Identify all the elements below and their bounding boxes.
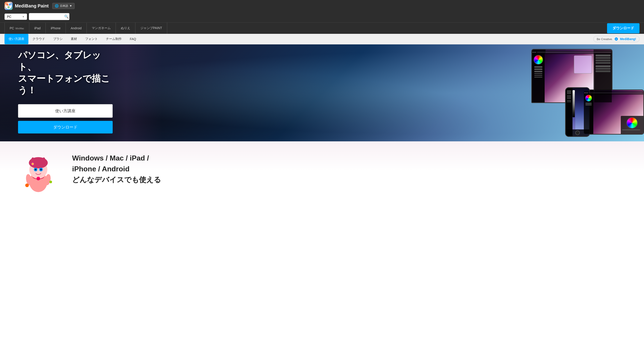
sub-nav-team[interactable]: チーム制作 (102, 34, 126, 44)
hero-devices (531, 49, 644, 137)
svg-point-20 (36, 177, 40, 180)
sub-nav-items: 使い方講座 クラウド ブラシ 素材 フォント チーム制作 FAQ (4, 34, 140, 44)
svg-text:M: M (616, 38, 617, 40)
platform-selected-value: PC (7, 15, 11, 19)
nav-label-android: Android (71, 26, 82, 30)
platform-dropdown-arrow: ▼ (22, 15, 24, 18)
sub-nav-team-label: チーム制作 (106, 37, 122, 41)
nav-item-jump[interactable]: ジャンプPAINT (136, 23, 167, 34)
sub-nav-cloud[interactable]: クラウド (28, 34, 49, 44)
bottom-section: Windows / Mac / iPad / iPhone / Android … (0, 141, 644, 200)
sub-nav-faq-label: FAQ (130, 37, 136, 41)
svg-point-14 (35, 169, 36, 170)
hero-title: パソコン、タブレット、スマートフォンで描こう！ (18, 49, 117, 96)
nav-item-manga[interactable]: マンガネーム (87, 23, 116, 34)
nav-item-ipad[interactable]: iPad (29, 23, 46, 34)
medibang-brand-icon: M (614, 37, 618, 41)
sub-nav-brush[interactable]: ブラシ (49, 34, 67, 44)
top-bar: MediBang Paint 🌐 日本語 ▼ (0, 0, 644, 12)
nav-label-jump: ジャンプPAINT (140, 26, 162, 30)
brand-be-creative: Be Creative. (597, 38, 613, 41)
laptop-toolbar (532, 51, 612, 54)
search-row: PC ▼ 🔍 (0, 12, 644, 22)
bottom-heading-line2: iPhone / Android (72, 165, 130, 173)
sub-nav-font-label: フォント (85, 37, 98, 41)
language-selector[interactable]: 🌐 日本語 ▼ (52, 3, 74, 9)
search-icon: 🔍 (64, 15, 69, 19)
nav-label-iphone: iPhone (51, 26, 60, 30)
hero-download-button[interactable]: ダウンロード (18, 121, 113, 133)
sub-nav-material[interactable]: 素材 (67, 34, 81, 44)
sub-nav-cloud-label: クラウド (32, 37, 45, 41)
svg-point-4 (8, 5, 10, 7)
medibang-brand-badge: Be Creative. M MediBang! (593, 36, 640, 42)
nav-sub-pc: Win/Mac (15, 27, 24, 30)
language-label: 日本語 (60, 4, 68, 8)
app-logo-icon (4, 2, 12, 10)
search-input-wrap: 🔍 (29, 13, 70, 20)
main-nav-items: PC Win/Mac iPad iPhone Android マンガネーム ぬり… (4, 23, 607, 34)
hero-section: パソコン、タブレット、スマートフォンで描こう！ 使い方講座 ダウンロード (0, 45, 644, 141)
hero-content: パソコン、タブレット、スマートフォンで描こう！ 使い方講座 ダウンロード (0, 45, 135, 141)
svg-point-15 (40, 169, 42, 170)
nav-label-nurie: ぬりえ (121, 26, 130, 30)
nav-label-manga: マンガネーム (92, 26, 111, 30)
tablet-toolbar (584, 91, 643, 95)
nav-item-android[interactable]: Android (66, 23, 87, 34)
brand-logo-text: MediBang! (620, 37, 636, 41)
svg-point-22 (32, 163, 33, 165)
bottom-heading-line1: Windows / Mac / iPad / (72, 154, 149, 162)
svg-point-19 (49, 181, 52, 183)
sub-nav-faq[interactable]: FAQ (126, 34, 140, 44)
sub-nav-font[interactable]: フォント (81, 34, 102, 44)
nav-item-pc[interactable]: PC Win/Mac (4, 23, 29, 34)
device-tablet (583, 90, 644, 135)
nav-label-ipad: iPad (34, 26, 40, 30)
bottom-heading: Windows / Mac / iPad / iPhone / Android … (72, 153, 626, 185)
bottom-text-area: Windows / Mac / iPad / iPhone / Android … (72, 153, 626, 185)
svg-point-18 (25, 184, 29, 187)
sub-nav-material-label: 素材 (71, 37, 77, 41)
app-name: MediBang Paint (15, 4, 49, 9)
sub-nav: 使い方講座 クラウド ブラシ 素材 フォント チーム制作 FAQ Be Crea… (0, 34, 644, 45)
main-nav: PC Win/Mac iPad iPhone Android マンガネーム ぬり… (0, 22, 644, 34)
mascot-area (18, 153, 58, 189)
device-tablet-screen (584, 90, 643, 134)
main-download-button[interactable]: ダウンロード (607, 23, 640, 33)
lang-dropdown-arrow: ▼ (70, 4, 72, 8)
globe-icon: 🌐 (55, 4, 58, 8)
search-input[interactable] (31, 15, 63, 19)
logo-area: MediBang Paint (4, 2, 49, 10)
mascot-character (18, 153, 58, 193)
hero-tutorial-button[interactable]: 使い方講座 (18, 104, 113, 118)
nav-item-nurie[interactable]: ぬりえ (116, 23, 136, 34)
nav-item-iphone[interactable]: iPhone (46, 23, 66, 34)
sub-nav-tutorial-label: 使い方講座 (8, 37, 24, 41)
platform-dropdown[interactable]: PC ▼ (4, 14, 27, 20)
sub-nav-tutorial[interactable]: 使い方講座 (4, 34, 28, 44)
bottom-heading-line3: どんなデバイスでも使える (72, 176, 161, 184)
nav-label-pc: PC (10, 26, 14, 30)
sub-nav-brush-label: ブラシ (53, 37, 63, 41)
